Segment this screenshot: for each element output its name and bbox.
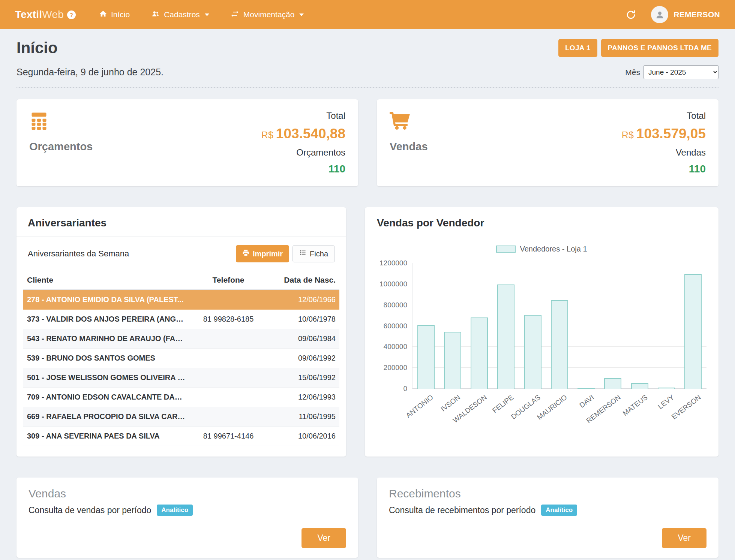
bar-waldeson[interactable]	[471, 317, 488, 389]
table-row[interactable]: 309 - ANA SEVERINA PAES DA SILVA 81 9967…	[23, 427, 339, 446]
recebimentos-report-title: Recebimentos	[389, 487, 706, 500]
bar-levy[interactable]	[658, 388, 675, 389]
user-menu[interactable]: REMERSON	[651, 6, 720, 23]
y-tick-label: 0	[403, 385, 407, 393]
table-row[interactable]: 539 - BRUNO DOS SANTOS GOMES 09/06/1992	[23, 349, 339, 368]
cell-client: 501 - JOSE WELISSON GOMES OLIVEIRA (...	[23, 368, 189, 388]
page-content: Início LOJA 1 PANNOS E PANNOS LTDA ME Se…	[0, 29, 735, 560]
nav-label-inicio: Início	[111, 10, 130, 19]
x-label-remerson: REMERSON	[600, 389, 626, 428]
orcamentos-count-label: Orçamentos	[296, 147, 345, 158]
table-row[interactable]: 278 - ANTONIO EMIDIO DA SILVA (PALEST...…	[23, 290, 339, 310]
month-select[interactable]: June - 2025	[644, 65, 718, 79]
brand-bold: Textil	[15, 9, 42, 20]
cell-phone	[189, 368, 267, 388]
cell-birthdate: 15/06/1992	[267, 368, 339, 388]
refresh-button[interactable]	[626, 10, 636, 20]
x-label-mauricio: MAURICIO	[546, 389, 573, 428]
vendas-summary-card: Vendas Total R$103.579,05 Vendas 110	[377, 99, 718, 186]
refresh-icon	[626, 10, 636, 20]
bar-douglas[interactable]	[524, 315, 542, 389]
y-tick-label: 1000000	[380, 280, 407, 288]
gridline	[412, 263, 706, 263]
cell-phone	[189, 388, 267, 407]
imprimir-button[interactable]: Imprimir	[236, 245, 289, 262]
ficha-button[interactable]: Ficha	[292, 245, 335, 262]
birthday-table: Cliente Telefone Data de Nasc. 278 - ANT…	[23, 271, 339, 446]
y-tick-label: 400000	[384, 343, 407, 351]
recebimentos-report-card: Recebimentos Consulta de recebimentos po…	[377, 478, 718, 558]
brand-logo[interactable]: TextilWeb ?	[15, 9, 76, 21]
table-row[interactable]: 373 - VALDIR DOS ANJOS PEREIRA (ANGE... …	[23, 310, 339, 329]
cell-client: 543 - RENATO MARINHO DE ARAUJO (FAZ...	[23, 329, 189, 349]
ficha-label: Ficha	[310, 250, 328, 258]
caret-down-icon	[299, 13, 304, 16]
calculator-icon	[29, 110, 93, 132]
vendas-report-subtitle: Consulta de vendas por período	[28, 505, 151, 515]
orcamentos-total-label: Total	[326, 111, 345, 121]
recebimentos-ver-button[interactable]: Ver	[662, 528, 706, 548]
help-icon[interactable]: ?	[67, 10, 76, 19]
x-label-davi: DAVI	[573, 389, 599, 428]
nav-label-movimentacao: Movimentação	[243, 10, 295, 19]
vendas-por-vendedor-card: Vendas por Vendedor Vendedores - Loja 1 …	[365, 207, 718, 457]
gridline	[412, 284, 706, 284]
bar-davi[interactable]	[578, 388, 595, 389]
date-row: Segunda-feira, 9 de junho de 2025. Mês J…	[16, 65, 718, 88]
bar-mauricio[interactable]	[551, 300, 568, 389]
x-label-douglas: DOUGLAS	[519, 389, 546, 428]
bar-antonio[interactable]	[417, 325, 435, 389]
vendas-total-value: R$103.579,05	[622, 126, 706, 142]
nav-item-movimentacao[interactable]: Movimentação	[230, 10, 304, 20]
cell-birthdate: 12/06/1993	[267, 388, 339, 407]
bar-remerson[interactable]	[604, 378, 621, 389]
cart-icon	[390, 110, 428, 132]
orcamentos-count: 110	[328, 163, 345, 175]
table-row[interactable]: 501 - JOSE WELISSON GOMES OLIVEIRA (... …	[23, 368, 339, 388]
store-button[interactable]: LOJA 1	[558, 39, 597, 57]
y-tick-label: 200000	[384, 364, 407, 372]
navbar-right: REMERSON	[626, 6, 720, 23]
cell-phone	[189, 290, 267, 310]
page-title: Início	[16, 39, 58, 57]
chart-legend[interactable]: Vendedores - Loja 1	[377, 245, 706, 253]
y-tick-label: 1200000	[380, 259, 407, 267]
cell-client: 669 - RAFAELA PROCOPIO DA SILVA CARV...	[23, 407, 189, 427]
analitico-badge: Analítico	[541, 505, 577, 516]
x-label-felipe: FELIPE	[492, 389, 519, 428]
bar-ivson[interactable]	[444, 332, 461, 389]
column-header-data-nasc: Data de Nasc.	[267, 271, 339, 290]
bar-felipe[interactable]	[497, 284, 514, 389]
currency-symbol: R$	[261, 130, 273, 140]
bar-everson[interactable]	[684, 274, 702, 389]
cell-birthdate: 09/06/1992	[267, 349, 339, 368]
chart-title: Vendas por Vendedor	[377, 217, 706, 229]
month-label: Mês	[625, 68, 640, 77]
analitico-badge: Analítico	[157, 505, 193, 516]
orcamentos-summary-card: Orçamentos Total R$103.540,88 Orçamentos…	[16, 99, 358, 186]
nav-item-cadastros[interactable]: Cadastros	[151, 10, 209, 20]
table-row[interactable]: 669 - RAFAELA PROCOPIO DA SILVA CARV... …	[23, 407, 339, 427]
cell-client: 539 - BRUNO DOS SANTOS GOMES	[23, 349, 189, 368]
current-date: Segunda-feira, 9 de junho de 2025.	[16, 67, 164, 78]
x-label-ivson: IVSON	[439, 389, 465, 428]
top-navbar: TextilWeb ? Início Cadastros Movimentaçã…	[0, 0, 735, 29]
x-label-levy: LEVY	[653, 389, 680, 428]
vendas-ver-button[interactable]: Ver	[302, 528, 346, 548]
legend-label: Vendedores - Loja 1	[520, 245, 587, 253]
table-row[interactable]: 709 - ANTONIO EDSON CAVALCANTE DAN... 12…	[23, 388, 339, 407]
birthday-table-body: 278 - ANTONIO EMIDIO DA SILVA (PALEST...…	[23, 290, 339, 446]
bar-mateus[interactable]	[631, 383, 648, 389]
brand-light: Web	[42, 9, 64, 20]
table-row[interactable]: 543 - RENATO MARINHO DE ARAUJO (FAZ... 0…	[23, 329, 339, 349]
brand-text: TextilWeb	[15, 9, 64, 21]
nav-item-inicio[interactable]: Início	[99, 10, 130, 20]
company-button[interactable]: PANNOS E PANNOS LTDA ME	[601, 39, 718, 57]
chart-plot	[412, 263, 706, 389]
column-header-telefone: Telefone	[189, 271, 267, 290]
chart-x-axis: ANTONIOIVSONWALDESONFELIPEDOUGLASMAURICI…	[412, 389, 706, 428]
legend-swatch-icon	[496, 246, 516, 253]
cell-client: 278 - ANTONIO EMIDIO DA SILVA (PALEST...	[23, 290, 189, 310]
cell-birthdate: 11/06/1995	[267, 407, 339, 427]
vendas-count-label: Vendas	[676, 147, 706, 158]
